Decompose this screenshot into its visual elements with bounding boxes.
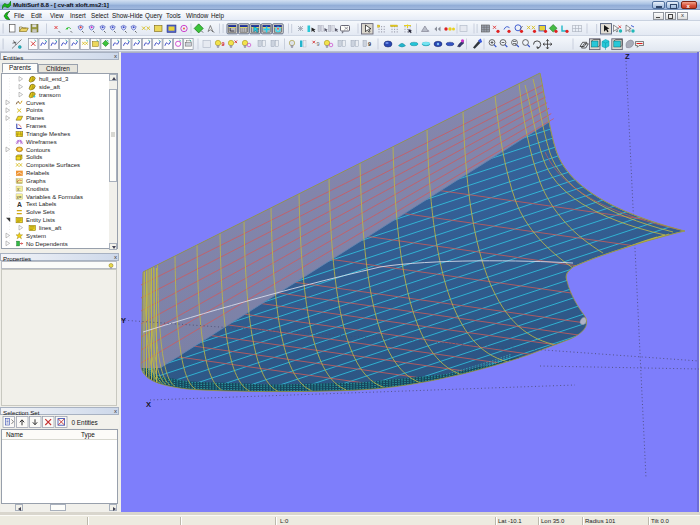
svg-text:Curves: Curves bbox=[26, 100, 45, 106]
svg-text:Triangle Meshes: Triangle Meshes bbox=[26, 131, 70, 137]
svg-text:X: X bbox=[146, 400, 151, 409]
svg-text:Entity Lists: Entity Lists bbox=[26, 217, 55, 223]
svg-text:A: A bbox=[17, 201, 22, 208]
svg-text:transom: transom bbox=[39, 92, 61, 98]
svg-text:9: 9 bbox=[222, 41, 225, 47]
svg-text:Wireframes: Wireframes bbox=[26, 139, 57, 145]
svg-text:Knotlists: Knotlists bbox=[26, 186, 49, 192]
svg-text:Composite Surfaces: Composite Surfaces bbox=[26, 162, 80, 168]
svg-text:hull_end_3: hull_end_3 bbox=[39, 76, 69, 82]
svg-text:Contours: Contours bbox=[26, 147, 50, 153]
svg-text:9: 9 bbox=[317, 41, 320, 47]
svg-text:No Dependents: No Dependents bbox=[26, 241, 68, 247]
svg-text:Relabels: Relabels bbox=[26, 170, 49, 176]
svg-text:x:: x: bbox=[17, 187, 21, 192]
svg-text:side_aft: side_aft bbox=[39, 84, 60, 90]
svg-text:9: 9 bbox=[368, 41, 371, 47]
svg-text:Variables & Formulas: Variables & Formulas bbox=[26, 194, 83, 200]
svg-text:x=: x= bbox=[16, 195, 21, 200]
svg-text:0 Entities: 0 Entities bbox=[72, 419, 98, 426]
svg-text:lines_aft: lines_aft bbox=[39, 225, 62, 231]
svg-text:Frames: Frames bbox=[26, 123, 46, 129]
svg-text:Text Labels: Text Labels bbox=[26, 201, 56, 207]
svg-text:System: System bbox=[26, 233, 46, 239]
svg-text:Graphs: Graphs bbox=[26, 178, 46, 184]
svg-text:Planes: Planes bbox=[26, 115, 44, 121]
svg-text:Solids: Solids bbox=[26, 154, 42, 160]
svg-text:Points: Points bbox=[26, 107, 43, 113]
svg-text:Solve Sets: Solve Sets bbox=[26, 209, 55, 215]
svg-text:Y: Y bbox=[121, 316, 126, 325]
svg-text:Z: Z bbox=[625, 52, 630, 61]
